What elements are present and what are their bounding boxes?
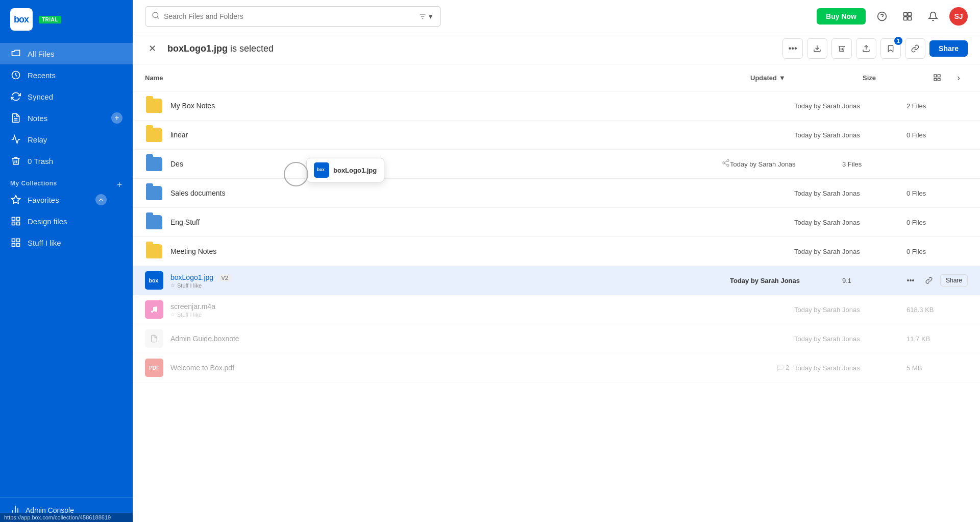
collections-badge: 1 — [894, 37, 902, 45]
notes-add-button[interactable]: + — [111, 112, 122, 124]
row-more-button[interactable]: ••• — [903, 157, 918, 171]
link-button[interactable] — [905, 38, 925, 59]
upload-button[interactable] — [856, 38, 876, 59]
table-row[interactable]: screenjar.m4a ☆ Stuff I like Today by Sa… — [133, 295, 980, 324]
relay-label: Relay — [28, 135, 47, 144]
svg-point-40 — [151, 311, 153, 313]
trial-badge: TRIAL — [39, 16, 61, 23]
delete-button[interactable] — [831, 38, 852, 59]
file-size: 0 Files — [906, 219, 968, 226]
row-more-button[interactable]: ••• — [903, 273, 918, 288]
file-info: Eng Stuff — [170, 218, 794, 227]
file-name[interactable]: Meeting Notes — [170, 247, 216, 255]
file-name[interactable]: Eng Stuff — [170, 218, 200, 226]
help-button[interactable] — [873, 7, 891, 26]
collection-icon: ☆ — [170, 282, 175, 288]
svg-point-41 — [155, 310, 157, 312]
folder-icon — [145, 242, 163, 260]
file-name[interactable]: linear — [170, 131, 188, 139]
file-name[interactable]: Admin Guide.boxnote — [170, 335, 239, 343]
sidebar-item-all-files[interactable]: All Files — [0, 43, 133, 64]
svg-rect-25 — [904, 17, 908, 20]
table-row[interactable]: linear Today by Sarah Jonas 0 Files — [133, 121, 980, 150]
buy-now-button[interactable]: Buy Now — [817, 8, 866, 25]
file-collection: ☆ Stuff I like — [170, 312, 794, 318]
favorites-label: Favorites — [28, 196, 59, 204]
sidebar-item-design-files[interactable]: Design files — [0, 210, 133, 232]
svg-point-34 — [723, 162, 725, 164]
folder-icon — [145, 155, 163, 173]
table-row[interactable]: PDF Welcome to Box.pdf 2 Today by Sarah … — [133, 353, 980, 383]
file-name[interactable]: Welcome to Box.pdf — [170, 364, 234, 372]
file-info: boxLogo1.jpg V2 ☆ Stuff I like — [170, 273, 730, 289]
folder-icon — [145, 184, 163, 202]
download-button[interactable] — [807, 38, 827, 59]
file-updated: Today by Sarah Jonas — [794, 364, 906, 372]
sidebar-item-recents[interactable]: Recents — [0, 64, 133, 86]
favorites-add-button[interactable] — [95, 194, 107, 205]
file-updated: Today by Sarah Jonas — [794, 306, 906, 314]
filter-button[interactable]: ▾ — [416, 12, 434, 20]
topbar-actions: Buy Now SJ — [817, 7, 968, 26]
svg-line-17 — [157, 17, 159, 18]
collection-name: Stuff I like — [177, 312, 202, 318]
status-url: https://app.box.com/collection/458618861… — [4, 514, 111, 520]
row-link-button[interactable] — [922, 273, 936, 288]
deselect-button[interactable]: ✕ — [145, 41, 159, 56]
file-updated: Today by Sarah Jonas — [794, 335, 906, 343]
file-name[interactable]: screenjar.m4a — [170, 302, 215, 311]
collection-icon: ☆ — [170, 312, 175, 317]
col-updated-header[interactable]: Updated ▼ — [750, 74, 863, 82]
table-row[interactable]: My Box Notes Today by Sarah Jonas 2 File… — [133, 91, 980, 121]
sidebar-item-synced[interactable]: Synced — [0, 86, 133, 107]
svg-rect-29 — [934, 75, 937, 77]
search-input[interactable] — [164, 12, 412, 20]
file-info: screenjar.m4a ☆ Stuff I like — [170, 302, 794, 318]
row-link-button[interactable] — [922, 157, 936, 171]
row-share-button[interactable]: Share — [940, 158, 968, 170]
file-name[interactable]: My Box Notes — [170, 102, 215, 110]
row-share-button[interactable]: Share — [940, 274, 968, 287]
search-bar[interactable]: ▾ — [145, 6, 441, 27]
svg-rect-8 — [12, 222, 15, 225]
file-size: 2 Files — [906, 102, 968, 110]
selection-title: boxLogo1.jpg is selected — [167, 43, 274, 54]
notifications-button[interactable] — [924, 7, 942, 26]
grid-view-button[interactable] — [928, 68, 946, 87]
file-name[interactable]: boxLogo1.jpg — [170, 273, 213, 281]
svg-rect-24 — [908, 13, 912, 16]
box-icon-button[interactable] — [898, 7, 917, 26]
sidebar-item-notes[interactable]: Notes + — [0, 107, 133, 129]
file-info: Admin Guide.boxnote — [170, 334, 794, 343]
table-row[interactable]: Meeting Notes Today by Sarah Jonas 0 Fil… — [133, 237, 980, 266]
file-name[interactable]: Des — [170, 160, 183, 168]
folder-icon — [145, 97, 163, 115]
sidebar-item-favorites[interactable]: Favorites — [0, 189, 117, 210]
share-button-top[interactable]: Share — [929, 40, 968, 57]
box-logo: box — [10, 8, 33, 31]
logo-area: box TRIAL — [0, 0, 133, 39]
sort-icon: ▼ — [779, 74, 786, 82]
svg-rect-23 — [904, 13, 908, 16]
collections-add-button[interactable]: + — [117, 180, 122, 191]
more-options-button[interactable]: ••• — [782, 38, 803, 59]
sidebar: box TRIAL All Files Recents — [0, 0, 133, 522]
file-name[interactable]: Sales documents — [170, 189, 225, 197]
selected-file-name: boxLogo1.jpg — [167, 43, 228, 54]
collections-button[interactable]: 1 — [880, 38, 901, 59]
sidebar-item-trash[interactable]: 0 Trash — [0, 150, 133, 172]
svg-rect-7 — [17, 222, 20, 225]
table-row[interactable]: Admin Guide.boxnote Today by Sarah Jonas… — [133, 324, 980, 353]
svg-rect-10 — [17, 239, 20, 242]
table-row[interactable]: Eng Stuff Today by Sarah Jonas 0 Files — [133, 208, 980, 237]
table-row[interactable]: Des Today by Sarah Jonas 3 Files ••• — [133, 150, 980, 179]
user-avatar[interactable]: SJ — [949, 7, 968, 26]
sidebar-item-relay[interactable]: Relay — [0, 129, 133, 150]
sidebar-item-stuff-i-like[interactable]: Stuff I like — [0, 232, 133, 253]
file-size: 9.1 — [842, 277, 903, 284]
file-size: 11.7 KB — [906, 335, 968, 343]
file-size: 3 Files — [842, 160, 903, 168]
table-row[interactable]: box boxLogo1.jpg V2 ☆ Stuff I like Today… — [133, 266, 980, 295]
next-view-button[interactable]: › — [949, 68, 968, 87]
table-row[interactable]: Sales documents Today by Sarah Jonas 0 F… — [133, 179, 980, 208]
